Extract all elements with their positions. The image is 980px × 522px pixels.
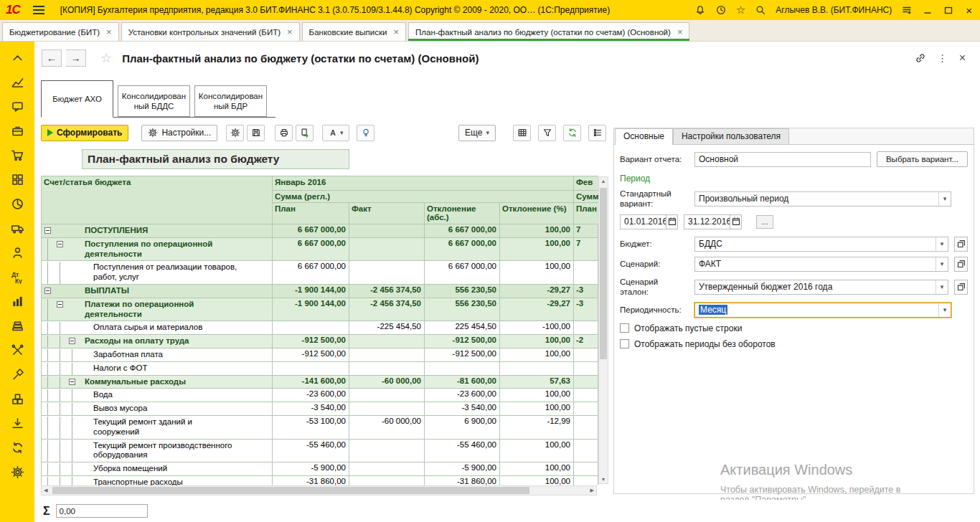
fact-cell[interactable]: -60 000,00	[349, 416, 425, 440]
choose-variant-button[interactable]: Выбрать вариант...	[877, 151, 968, 167]
table-row[interactable]: Оплата сырья и материалов-225 454,50225 …	[42, 321, 598, 335]
table-row[interactable]: Расходы на оплату труда-912 500,00-912 5…	[42, 335, 598, 348]
scroll-up-icon[interactable]	[0, 45, 34, 70]
fact-cell[interactable]	[349, 335, 425, 348]
column-header-dev-abs[interactable]: Отклонение (абс.)	[425, 203, 500, 224]
next-period-cell[interactable]	[574, 440, 598, 463]
import-icon[interactable]	[0, 411, 34, 435]
dev-abs-cell[interactable]: -912 500,00	[425, 348, 500, 362]
fact-cell[interactable]: -2 456 374,50	[349, 285, 425, 298]
plan-cell[interactable]: -912 500,00	[273, 348, 349, 362]
next-period-cell[interactable]: -3	[574, 298, 598, 322]
font-scale-button[interactable]: А ▾	[322, 125, 349, 141]
vertical-scroll-thumb[interactable]	[600, 188, 607, 359]
fact-cell[interactable]	[349, 402, 425, 416]
table-row[interactable]: Текущий ремонт зданий и сооружений-53 10…	[42, 416, 598, 440]
dev-pct-cell[interactable]	[500, 362, 574, 376]
dev-abs-cell[interactable]: 556 230,50	[425, 285, 500, 298]
chevron-down-icon[interactable]: ▾	[938, 192, 951, 206]
period-picker-button[interactable]: ...	[756, 215, 773, 229]
next-period-cell[interactable]: -2	[574, 335, 598, 348]
dev-pct-cell[interactable]: 57,63	[500, 376, 574, 389]
table-row[interactable]: ВЫПЛАТЫ-1 900 144,00-2 456 374,50556 230…	[42, 285, 598, 298]
dev-abs-cell[interactable]: 556 230,50	[425, 298, 500, 322]
empty-rows-option[interactable]: Отображать пустые строки	[620, 323, 968, 333]
fact-cell[interactable]	[349, 476, 425, 485]
fact-cell[interactable]	[349, 348, 425, 362]
table-row[interactable]: ПОСТУПЛЕНИЯ6 667 000,006 667 000,00100,0…	[42, 224, 598, 238]
budget-tab-3[interactable]: Консолидированный БДР	[194, 85, 267, 117]
reports-icon[interactable]	[0, 289, 34, 313]
dev-abs-cell[interactable]: -55 460,00	[425, 440, 500, 463]
journals-icon[interactable]	[0, 313, 34, 338]
hint-button[interactable]	[357, 125, 374, 141]
next-period-cell[interactable]	[574, 321, 598, 335]
account-cell[interactable]: Поступления от реализации товаров, работ…	[42, 261, 273, 285]
account-cell[interactable]: ПОСТУПЛЕНИЯ	[42, 224, 273, 238]
table-row[interactable]: Вода-23 600,00-23 600,00100,00	[42, 389, 598, 402]
budget-combo[interactable]: БДДС ▾	[694, 237, 948, 252]
dev-pct-cell[interactable]: 100,00	[500, 476, 574, 485]
fact-cell[interactable]: -225 454,50	[349, 321, 425, 335]
date-to-input[interactable]: 31.12.2016	[684, 214, 730, 229]
open-scenario-button[interactable]	[954, 257, 968, 272]
account-cell[interactable]: Оплата сырья и материалов	[42, 321, 273, 335]
export-button[interactable]	[296, 125, 314, 141]
account-cell[interactable]: Текущий ремонт производственного оборудо…	[42, 440, 273, 463]
collapse-group-icon[interactable]	[44, 288, 51, 294]
column-header-dev-pct[interactable]: Отклонение (%)	[500, 203, 574, 224]
dev-abs-cell[interactable]: 6 900,00	[425, 416, 500, 440]
tools-icon[interactable]	[0, 338, 34, 362]
dev-abs-cell[interactable]: -3 540,00	[425, 402, 500, 416]
settings-button[interactable]: Настройки...	[141, 125, 217, 141]
account-cell[interactable]: Налоги с ФОТ	[42, 362, 273, 376]
plan-cell[interactable]: -23 600,00	[273, 389, 349, 402]
account-cell[interactable]: Заработная плата	[42, 348, 273, 362]
plan-cell[interactable]: -141 600,00	[273, 376, 349, 389]
window-tab-4[interactable]: План-фактный анализ по бюджету (остатки …	[408, 22, 689, 41]
dev-abs-cell[interactable]: 6 667 000,00	[425, 224, 500, 238]
collapse-group-icon[interactable]	[69, 338, 75, 344]
refresh-button[interactable]	[563, 125, 581, 141]
plan-cell[interactable]: -3 540,00	[273, 402, 349, 416]
column-header-plan-next[interactable]: План	[574, 203, 598, 224]
empty-periods-checkbox[interactable]	[620, 339, 629, 348]
warehouse-icon[interactable]	[0, 386, 34, 411]
plan-cell[interactable]: -5 900,00	[273, 462, 349, 476]
maximize-button[interactable]	[943, 4, 954, 16]
tab-user-settings[interactable]: Настройки пользователя	[673, 128, 789, 144]
next-period-cell[interactable]	[574, 402, 598, 416]
save-settings-button[interactable]	[247, 125, 265, 141]
fact-cell[interactable]	[349, 224, 425, 238]
dev-abs-cell[interactable]: -5 900,00	[425, 462, 500, 476]
plan-cell[interactable]: -55 460,00	[273, 440, 349, 463]
print-button[interactable]	[275, 125, 293, 141]
more-menu-icon[interactable]: ⋮	[938, 52, 948, 64]
collapse-group-icon[interactable]	[44, 227, 51, 234]
discussions-icon[interactable]	[0, 94, 34, 118]
variant-input[interactable]: Основной	[694, 152, 871, 167]
fact-cell[interactable]	[349, 362, 425, 376]
dev-pct-cell[interactable]: 100,00	[500, 238, 574, 262]
purchases-icon[interactable]	[0, 143, 34, 167]
filter-button[interactable]	[538, 125, 556, 141]
table-row[interactable]: Уборка помещений-5 900,00-5 900,00100,00	[42, 462, 598, 476]
empty-rows-checkbox[interactable]	[620, 323, 629, 333]
column-header-period-next[interactable]: Фев	[574, 176, 598, 191]
plan-cell[interactable]	[273, 321, 349, 335]
close-page-button[interactable]: ×	[959, 52, 966, 65]
minimize-button[interactable]	[922, 4, 933, 16]
vertical-scrollbar[interactable]: ▲ ▼	[598, 176, 608, 484]
account-cell[interactable]: Платежи по операционной деятельности	[42, 298, 273, 322]
chevron-down-icon[interactable]: ▾	[938, 303, 951, 317]
forward-button[interactable]: →	[66, 49, 86, 67]
generate-button[interactable]: Сформировать	[41, 125, 128, 141]
window-tab-3[interactable]: Банковские выписки×	[302, 22, 406, 41]
column-header-period[interactable]: Январь 2016	[273, 176, 574, 191]
empty-periods-option[interactable]: Отображать периоды без оборотов	[620, 339, 968, 349]
service-icon[interactable]	[0, 362, 34, 386]
fact-cell[interactable]	[349, 261, 425, 285]
collapse-group-icon[interactable]	[57, 301, 63, 308]
account-cell[interactable]: Вода	[42, 389, 273, 402]
close-tab-icon[interactable]: ×	[393, 27, 399, 37]
